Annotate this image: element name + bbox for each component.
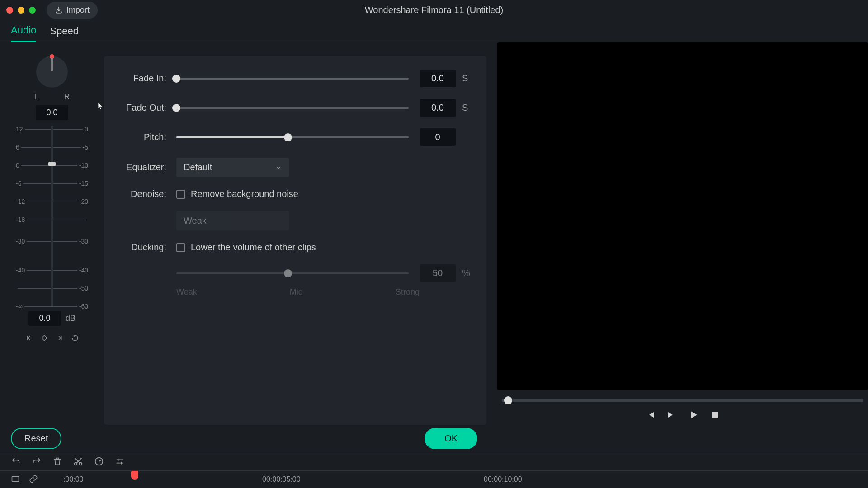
undo-icon[interactable] [11,456,21,466]
app-title: Wondershare Filmora 11 (Untitled) [365,5,503,15]
preview-scrub-thumb[interactable] [504,396,512,404]
tab-audio[interactable]: Audio [11,20,36,42]
volume-handle[interactable] [48,162,56,166]
audio-controls: Fade In: 0.0 S Fade Out: 0.0 S [104,56,486,425]
delete-icon[interactable] [52,456,62,466]
import-button[interactable]: Import [47,2,98,19]
import-icon [55,6,63,14]
keyframe-controls [25,334,79,342]
playhead[interactable] [131,471,138,480]
pitch-value[interactable]: 0 [420,128,456,146]
ducking-legend-strong: Strong [396,287,420,297]
volume-value-row: 0.0 dB [28,311,75,326]
ducking-legend-row: Weak Mid Strong [118,284,473,297]
pan-knob[interactable] [36,56,68,88]
timeline-media-icon[interactable] [11,474,20,483]
cut-icon[interactable] [73,456,83,466]
ducking-legend-weak: Weak [176,287,197,297]
fade-in-row: Fade In: 0.0 S [118,70,473,87]
fade-in-slider[interactable] [176,77,409,80]
step-back-button[interactable] [645,409,656,420]
fade-out-value[interactable]: 0.0 [420,99,456,117]
timeline-time-1: 00:00:05:00 [262,475,301,483]
equalizer-row: Equalizer: Default [118,158,473,177]
equalizer-value: Default [184,162,212,173]
preview-controls [497,409,868,425]
fade-in-value[interactable]: 0.0 [420,70,456,87]
timeline-ruler[interactable]: :00:00 00:00:05:00 00:00:10:00 [0,470,868,488]
ducking-slider-row: 50 % [118,264,473,282]
keyframe-add-icon[interactable] [40,334,48,342]
window-controls [6,7,36,14]
denoise-label: Denoise: [118,189,176,199]
stop-button[interactable] [710,409,721,420]
pan-right-label: R [64,92,70,102]
fade-out-label: Fade Out: [118,103,176,113]
chevron-down-icon [275,164,282,171]
speed-icon[interactable] [94,456,104,466]
denoise-checkbox[interactable] [176,190,185,199]
denoise-strength-row: Weak [118,211,473,230]
ducking-row: Ducking: Lower the volume of other clips [118,242,473,253]
fade-in-label: Fade In: [118,73,176,84]
pan-labels: L R [34,92,70,102]
volume-fader[interactable]: 120 6-5 0-10 -6-15 -12-20 -18 -30-30 -40… [16,126,88,306]
audio-panel: L R 0.0 120 6-5 0-10 -6-15 -12-20 -18 -3… [0,42,493,425]
tab-speed[interactable]: Speed [50,21,79,42]
equalizer-select[interactable]: Default [176,158,289,177]
close-window-button[interactable] [6,7,13,14]
keyframe-prev-icon[interactable] [25,334,33,342]
ok-button[interactable]: OK [425,428,477,449]
timeline-time-2: 00:00:10:00 [484,475,522,483]
denoise-strength-value: Weak [184,216,207,226]
pan-indicator [50,54,54,59]
denoise-checkbox-label: Remove background noise [191,189,298,199]
adjust-icon[interactable] [115,456,125,466]
reset-button[interactable]: Reset [11,428,61,449]
equalizer-label: Equalizer: [118,162,176,173]
timeline-link-icon[interactable] [29,474,38,483]
main: L R 0.0 120 6-5 0-10 -6-15 -12-20 -18 -3… [0,42,868,425]
meter-column: L R 0.0 120 6-5 0-10 -6-15 -12-20 -18 -3… [0,56,104,425]
ducking-legend-mid: Mid [290,287,303,297]
dialog-buttons: Reset OK [0,425,868,452]
ducking-value: 50 [420,264,456,282]
pan-left-label: L [34,92,38,102]
timeline-time-0: :00:00 [63,475,83,483]
fade-out-unit: S [462,103,473,113]
preview-scrubber[interactable] [502,399,863,402]
pitch-row: Pitch: 0 [118,128,473,146]
keyframe-next-icon[interactable] [56,334,64,342]
import-label: Import [66,5,90,15]
maximize-window-button[interactable] [29,7,36,14]
ducking-slider [176,272,409,275]
play-button[interactable] [688,409,699,420]
step-forward-button[interactable] [666,409,677,420]
tabs: Audio Speed [0,20,868,42]
ducking-checkbox[interactable] [176,243,185,252]
ducking-unit: % [462,268,473,278]
denoise-checkbox-row[interactable]: Remove background noise [176,189,298,199]
preview-panel [493,42,868,425]
pitch-slider[interactable] [176,136,409,139]
pitch-label: Pitch: [118,132,176,142]
fade-out-row: Fade Out: 0.0 S [118,99,473,117]
timeline-tools [0,452,868,470]
timeline: :00:00 00:00:05:00 00:00:10:00 [0,452,868,488]
svg-rect-4 [12,476,19,482]
minimize-window-button[interactable] [18,7,24,14]
ducking-checkbox-row[interactable]: Lower the volume of other clips [176,242,316,253]
volume-unit: dB [66,314,75,323]
redo-icon[interactable] [32,456,42,466]
denoise-row: Denoise: Remove background noise [118,189,473,199]
ducking-checkbox-label: Lower the volume of other clips [191,242,316,253]
pan-value[interactable]: 0.0 [36,105,68,120]
denoise-strength-select: Weak [176,211,289,230]
titlebar: Import Wondershare Filmora 11 (Untitled) [0,0,868,20]
ducking-label: Ducking: [118,242,176,253]
preview-screen [497,42,868,390]
fade-in-unit: S [462,73,473,84]
fade-out-slider[interactable] [176,106,409,110]
keyframe-reset-icon[interactable] [71,334,79,342]
volume-value[interactable]: 0.0 [28,311,61,326]
